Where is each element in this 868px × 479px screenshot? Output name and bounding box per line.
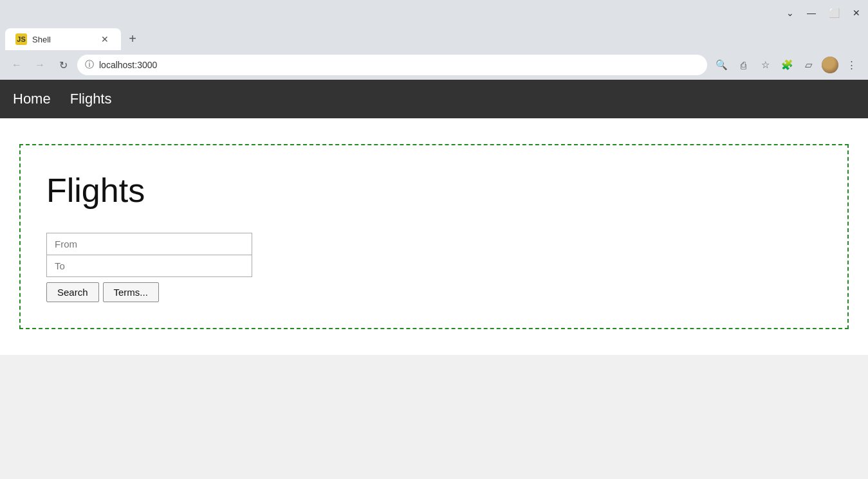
extensions-button[interactable]: 🧩 bbox=[778, 56, 796, 74]
address-text: localhost:3000 bbox=[99, 60, 699, 70]
nav-flights[interactable]: Flights bbox=[70, 91, 112, 107]
tab-favicon: JS bbox=[15, 33, 27, 45]
restore-button[interactable]: ⬜ bbox=[829, 8, 840, 18]
search-buttons: Search Terms... bbox=[46, 282, 252, 302]
app-nav: Home Flights bbox=[0, 80, 868, 118]
close-button[interactable]: ✕ bbox=[853, 8, 860, 18]
title-bar-controls: ⌄ — ⬜ ✕ bbox=[786, 8, 860, 18]
minimize-button[interactable]: — bbox=[807, 8, 816, 18]
zoom-button[interactable]: 🔍 bbox=[712, 56, 730, 74]
from-input[interactable] bbox=[46, 233, 252, 255]
tab-close-button[interactable]: ✕ bbox=[99, 33, 111, 45]
tab-title: Shell bbox=[32, 35, 94, 44]
refresh-button[interactable]: ↻ bbox=[54, 56, 72, 74]
share-button[interactable]: ⎙ bbox=[734, 56, 752, 74]
search-form: Search Terms... bbox=[46, 233, 252, 302]
avatar[interactable] bbox=[822, 57, 838, 73]
info-icon: ⓘ bbox=[85, 59, 94, 71]
tab-bar: JS Shell ✕ + bbox=[0, 26, 868, 50]
bookmark-button[interactable]: ☆ bbox=[756, 56, 774, 74]
back-button[interactable]: ← bbox=[8, 56, 26, 74]
title-bar: ⌄ — ⬜ ✕ bbox=[0, 0, 868, 26]
address-bar-row: ← → ↻ ⓘ localhost:3000 🔍 ⎙ ☆ 🧩 ▱ ⋮ bbox=[0, 50, 868, 80]
forward-button[interactable]: → bbox=[31, 56, 49, 74]
app-window: Home Flights Flights Search Terms... bbox=[0, 80, 868, 355]
to-input[interactable] bbox=[46, 255, 252, 277]
active-tab[interactable]: JS Shell ✕ bbox=[5, 28, 121, 50]
browser-actions: 🔍 ⎙ ☆ 🧩 ▱ ⋮ bbox=[712, 56, 860, 74]
new-tab-button[interactable]: + bbox=[124, 30, 142, 48]
browser-chrome: ⌄ — ⬜ ✕ JS Shell ✕ + ← → ↻ ⓘ localhost:3… bbox=[0, 0, 868, 80]
main-content: Flights Search Terms... bbox=[0, 118, 868, 355]
nav-home[interactable]: Home bbox=[13, 91, 51, 107]
search-button[interactable]: Search bbox=[46, 282, 99, 302]
menu-button[interactable]: ⋮ bbox=[842, 56, 860, 74]
avatar-image bbox=[822, 57, 838, 73]
chevron-down-icon[interactable]: ⌄ bbox=[786, 8, 794, 18]
flights-title: Flights bbox=[46, 171, 822, 210]
terms-button[interactable]: Terms... bbox=[103, 282, 159, 302]
address-bar[interactable]: ⓘ localhost:3000 bbox=[77, 55, 707, 75]
sidebar-button[interactable]: ▱ bbox=[800, 56, 818, 74]
flights-container: Flights Search Terms... bbox=[19, 144, 849, 329]
